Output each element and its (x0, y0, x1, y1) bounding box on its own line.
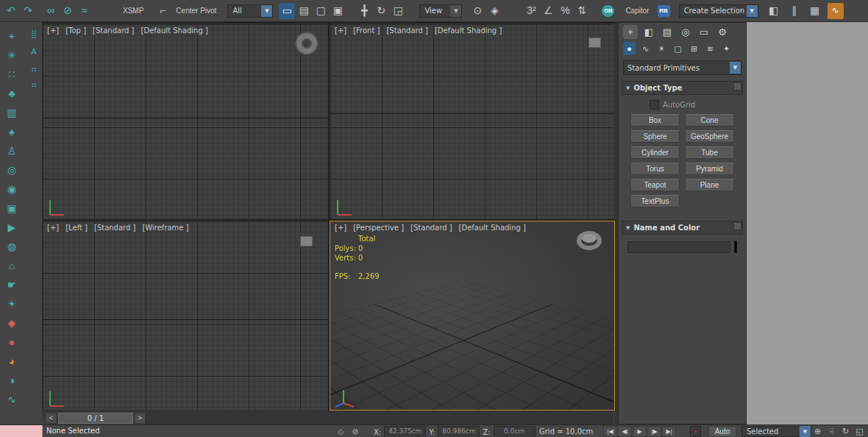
viewcube[interactable] (588, 38, 601, 48)
pyramid-button[interactable]: Pyramid (685, 163, 734, 175)
chevron-down-icon[interactable]: ▼ (800, 426, 811, 437)
play-button[interactable]: ▶ (633, 426, 647, 437)
viewcube-compass[interactable] (296, 33, 317, 54)
rb-badge-icon[interactable]: RB (658, 5, 670, 17)
sphere-teal-icon[interactable]: ◑ (2, 372, 21, 388)
curve-editor-icon[interactable]: ∿ (828, 3, 844, 19)
autogrid-checkbox[interactable] (650, 100, 659, 110)
pan-hand-icon[interactable]: ☟ (825, 425, 838, 437)
corner-icon[interactable]: ⌐ (154, 3, 171, 19)
helpers-icon[interactable]: ⊞ (688, 42, 700, 55)
trees-icon[interactable]: ♣ (2, 85, 21, 102)
viewport-menu-plus[interactable]: [+] (335, 224, 346, 232)
next-frame-arrow[interactable]: > (135, 413, 146, 424)
bind-to-space-warp-icon[interactable]: ≈ (77, 3, 93, 19)
chevron-down-icon[interactable]: ▼ (450, 5, 461, 17)
viewport-menu-standard[interactable]: [Standard ] (93, 26, 134, 35)
viewport-menu-plus[interactable]: [+] (47, 224, 59, 232)
conifer-icon[interactable]: ♠ (2, 124, 21, 140)
selection-lock-icon[interactable]: ⊘ (349, 425, 361, 437)
image-icon[interactable]: ▥ (2, 104, 21, 121)
pin-icon[interactable]: ⌖ (2, 28, 21, 44)
sphere-red-icon[interactable]: ● (2, 334, 21, 350)
textplus-button[interactable]: TextPlus (630, 195, 680, 207)
geometry-icon[interactable]: ● (623, 42, 636, 55)
capitor-button[interactable]: Capitor (622, 3, 652, 19)
set-key-button[interactable]: ● (690, 426, 701, 437)
pattern-icon[interactable]: ✳ (2, 47, 21, 63)
viewport-menu-standard[interactable]: [Standard ] (410, 224, 452, 232)
viewcube-gizmo[interactable] (574, 229, 604, 252)
display-tab-icon[interactable]: ▭ (697, 25, 711, 39)
isolate-selection-icon[interactable]: ◇ (335, 425, 346, 437)
go-to-start-button[interactable]: |◀ (603, 426, 617, 437)
boxes-icon[interactable]: ▣ (2, 200, 21, 216)
y-coordinate-field[interactable]: 80,986cm (438, 426, 480, 437)
go-to-end-button[interactable]: ▶| (662, 426, 676, 437)
select-and-manipulate-icon[interactable]: ◈ (486, 3, 502, 19)
viewport-top[interactable]: [+] [Top ] [Standard ] [Default Shading … (42, 24, 328, 219)
shapes-icon[interactable]: ∿ (639, 42, 652, 55)
viewport-menu-plus[interactable]: [+] (335, 26, 346, 35)
rollout-pin-icon[interactable] (733, 82, 741, 90)
use-pivot-point-center-icon[interactable]: ⊙ (469, 3, 485, 19)
teapot-orange-icon[interactable]: ◕ (2, 353, 21, 369)
modify-tab-icon[interactable]: ◧ (641, 25, 656, 39)
name-and-color-rollout-header[interactable]: ▼ Name and Color (622, 221, 743, 235)
viewport-menu-standard[interactable]: [Standard ] (94, 224, 135, 232)
spinner-snap-icon[interactable]: ⇅ (574, 3, 590, 19)
align-icon[interactable]: ∥ (786, 3, 803, 19)
hierarchy-tab-icon[interactable]: ▤ (660, 25, 675, 39)
orbit-icon[interactable]: ↻ (839, 425, 852, 437)
viewport-menu-view[interactable]: [Top ] (65, 26, 86, 35)
box-button[interactable]: Box (630, 114, 680, 127)
viewcube[interactable] (300, 236, 313, 246)
systems-icon[interactable]: ✦ (720, 42, 733, 55)
snaps-toggle-3d-icon[interactable]: 3² (523, 3, 539, 19)
rectangular-selection-region-icon[interactable]: ▢ (313, 3, 329, 19)
spheres-icon[interactable]: ◍ (2, 238, 21, 255)
select-and-rotate-icon[interactable]: ↻ (373, 3, 389, 19)
object-type-rollout-header[interactable]: ▼ Object Type (622, 81, 743, 95)
geosphere-button[interactable]: GeoSphere (685, 130, 734, 143)
chevron-down-icon[interactable]: ▼ (261, 5, 272, 17)
chevron-down-icon[interactable]: ▼ (747, 5, 758, 17)
tube-button[interactable]: Tube (685, 146, 734, 159)
hand-icon[interactable]: ☛ (2, 277, 21, 293)
z-coordinate-field[interactable]: 0,0cm (494, 426, 536, 437)
center-pivot-button[interactable]: Center Pivot (172, 3, 220, 19)
viewport-menu-shading[interactable]: [Wireframe ] (142, 224, 188, 232)
zoom-icon[interactable]: ⊕ (811, 425, 824, 437)
next-frame-button[interactable]: |▶ (647, 426, 661, 437)
previous-frame-arrow[interactable]: < (46, 413, 57, 424)
viewport-menu-plus[interactable]: [+] (47, 26, 59, 35)
plane-button[interactable]: Plane (685, 179, 734, 191)
disc-icon[interactable]: ◉ (2, 181, 21, 197)
bulb-icon[interactable]: ☀ (2, 296, 21, 312)
undo-icon[interactable]: ↶ (3, 3, 19, 19)
lights-icon[interactable]: ☀ (655, 42, 668, 55)
viewport-menu-shading[interactable]: [Default Shading ] (435, 26, 502, 35)
utilities-tab-icon[interactable]: ⚙ (715, 25, 730, 39)
camera-icon[interactable]: ⌂ (2, 257, 21, 274)
torus-button[interactable]: Torus (630, 163, 680, 175)
auto-key-button[interactable]: Auto (708, 426, 736, 437)
viewport-left[interactable]: [+] [Left ] [Standard ] [Wireframe ] (42, 221, 328, 411)
viewport-perspective[interactable]: [+] [Perspective ] [Standard ] [Default … (330, 221, 615, 411)
cone-button[interactable]: Cone (685, 114, 734, 127)
select-object-icon[interactable]: ▭ (279, 3, 295, 19)
object-name-input[interactable] (627, 241, 730, 253)
xsmp-button[interactable]: XSMP (119, 3, 147, 19)
viewport-menu-shading[interactable]: [Default Shading ] (141, 26, 208, 35)
torus-icon[interactable]: ◎ (2, 162, 21, 178)
material-red-icon[interactable]: ◆ (2, 315, 21, 331)
x-coordinate-field[interactable]: 42,375cm (384, 426, 426, 437)
dots-grid-icon[interactable]: ⣿ (24, 28, 43, 40)
viewport-menu-view[interactable]: [Left ] (65, 224, 88, 232)
viewport-front[interactable]: [+] [Front ] [Standard ] [Default Shadin… (330, 24, 615, 219)
rollout-pin-icon[interactable] (733, 222, 741, 230)
letter-a-icon[interactable]: A (24, 46, 43, 57)
viewport-menu-shading[interactable]: [Default Shading ] (459, 224, 526, 232)
select-and-link-icon[interactable]: ∞ (43, 3, 59, 19)
window-crossing-icon[interactable]: ▣ (330, 3, 346, 19)
